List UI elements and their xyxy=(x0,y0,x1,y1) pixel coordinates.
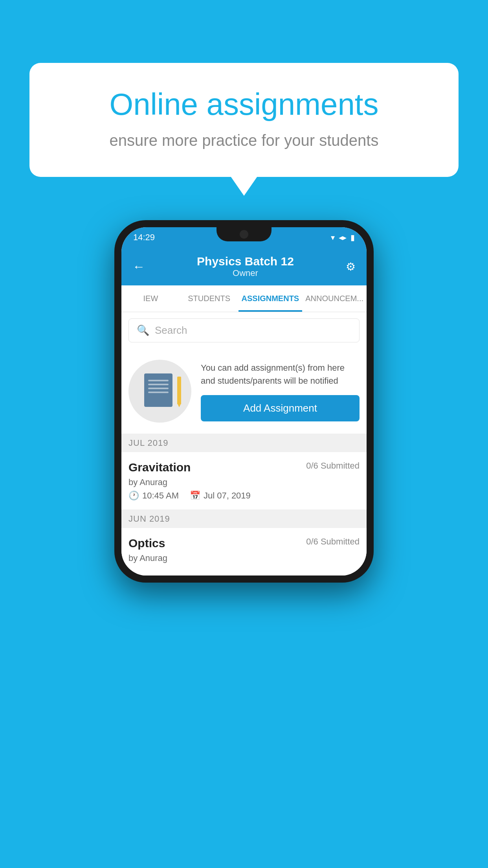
header-subtitle: Owner xyxy=(197,268,294,278)
notebook-line xyxy=(148,392,169,393)
month-separator-jul: JUL 2019 xyxy=(121,434,367,452)
speech-bubble-container: Online assignments ensure more practice … xyxy=(29,63,459,177)
info-section: You can add assignment(s) from here and … xyxy=(121,349,367,434)
tabs-container: IEW STUDENTS ASSIGNMENTS ANNOUNCEM... xyxy=(121,285,367,312)
assignment-name-optics: Optics xyxy=(128,537,165,550)
assignment-meta: 🕐 10:45 AM 📅 Jul 07, 2019 xyxy=(128,491,360,501)
phone-wrapper: 14:29 ▾ ◂▸ ▮ ← Physics Batch 12 Owner ⚙ xyxy=(114,220,374,583)
search-placeholder: Search xyxy=(155,324,187,337)
pencil-icon xyxy=(177,377,181,404)
assignment-name: Gravitation xyxy=(128,461,191,474)
assignment-time: 🕐 10:45 AM xyxy=(128,491,179,501)
search-icon: 🔍 xyxy=(137,324,149,337)
notebook-lines xyxy=(148,380,169,395)
speech-bubble: Online assignments ensure more practice … xyxy=(29,63,459,177)
month-separator-jun: JUN 2019 xyxy=(121,510,367,528)
battery-icon: ▮ xyxy=(350,233,355,242)
tab-overview[interactable]: IEW xyxy=(121,285,180,312)
assignment-submitted-optics: 0/6 Submitted xyxy=(306,537,360,547)
assignment-author: by Anurag xyxy=(128,477,360,487)
notebook-line xyxy=(148,388,169,389)
tab-announcements[interactable]: ANNOUNCEM... xyxy=(302,285,367,312)
tab-students[interactable]: STUDENTS xyxy=(180,285,238,312)
add-assignment-button[interactable]: Add Assignment xyxy=(201,395,360,421)
assignment-illustration xyxy=(128,360,191,423)
assignment-submitted: 0/6 Submitted xyxy=(306,461,360,471)
phone-notch xyxy=(216,227,272,241)
assignment-top: Gravitation 0/6 Submitted xyxy=(128,461,360,474)
clock-icon: 🕐 xyxy=(128,491,139,501)
page-title: Physics Batch 12 xyxy=(197,255,294,268)
header-title-group: Physics Batch 12 Owner xyxy=(197,255,294,278)
notebook-line xyxy=(148,380,169,381)
search-container: 🔍 Search xyxy=(121,312,367,349)
status-time: 14:29 xyxy=(133,232,155,243)
assignment-top-optics: Optics 0/6 Submitted xyxy=(128,537,360,550)
speech-bubble-subtitle: ensure more practice for your students xyxy=(57,132,431,149)
app-header: ← Physics Batch 12 Owner ⚙ xyxy=(121,248,367,285)
phone-screen: 14:29 ▾ ◂▸ ▮ ← Physics Batch 12 Owner ⚙ xyxy=(121,227,367,576)
speech-bubble-title: Online assignments xyxy=(57,86,431,122)
tab-assignments[interactable]: ASSIGNMENTS xyxy=(238,285,303,312)
notebook-line xyxy=(148,384,169,385)
wifi-icon: ▾ xyxy=(331,233,335,242)
phone-outer: 14:29 ▾ ◂▸ ▮ ← Physics Batch 12 Owner ⚙ xyxy=(114,220,374,583)
info-description: You can add assignment(s) from here and … xyxy=(201,361,360,387)
info-text-group: You can add assignment(s) from here and … xyxy=(201,361,360,421)
notebook-icon xyxy=(144,373,176,409)
assignment-item-optics[interactable]: Optics 0/6 Submitted by Anurag xyxy=(121,528,367,576)
calendar-icon: 📅 xyxy=(190,491,200,501)
settings-icon[interactable]: ⚙ xyxy=(346,260,356,273)
assignment-date: 📅 Jul 07, 2019 xyxy=(190,491,251,501)
signal-icon: ◂▸ xyxy=(339,233,347,242)
back-button[interactable]: ← xyxy=(132,259,145,274)
assignment-item-gravitation[interactable]: Gravitation 0/6 Submitted by Anurag 🕐 10… xyxy=(121,452,367,510)
notebook-body xyxy=(144,373,172,407)
camera xyxy=(240,230,248,239)
assignment-author-optics: by Anurag xyxy=(128,553,360,563)
status-icons: ▾ ◂▸ ▮ xyxy=(331,233,355,242)
search-bar[interactable]: 🔍 Search xyxy=(128,318,360,342)
